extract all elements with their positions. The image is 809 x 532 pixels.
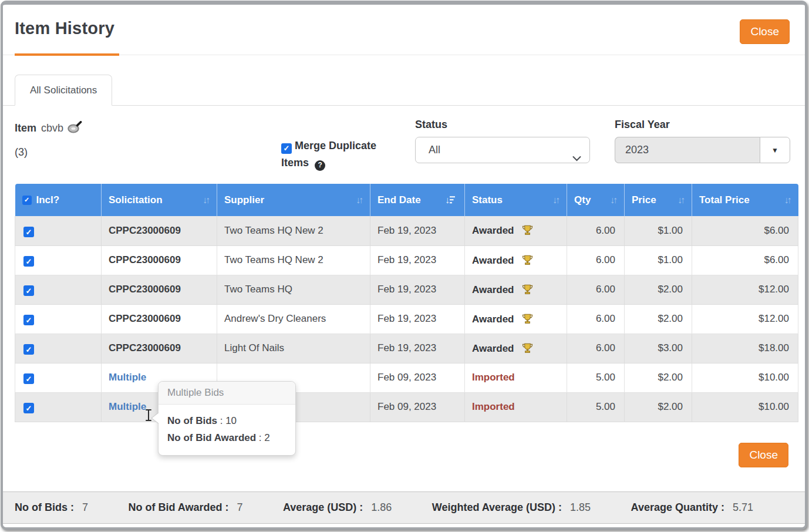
row-include-checkbox[interactable]: ✓ — [23, 285, 34, 296]
column-label-total-price: Total Price — [699, 194, 750, 206]
cell-price: $3.00 — [625, 334, 692, 363]
fiscal-year-dropdown-button[interactable]: ▼ — [760, 137, 790, 163]
item-label: Item — [15, 122, 36, 134]
sort-desc-icon[interactable]: ↓ — [445, 195, 459, 206]
footer-stat-value: 1.85 — [570, 501, 591, 513]
footer-stat-label: Average (USD) : — [283, 501, 363, 513]
footer-stat-label: No of Bid Awarded : — [128, 501, 228, 513]
row-include-checkbox[interactable]: ✓ — [23, 344, 34, 355]
tab-all-solicitations[interactable]: All Solicitations — [15, 75, 112, 106]
merge-duplicate-checkbox[interactable]: ✓ — [281, 143, 292, 154]
cell-supplier: Light Of Nails — [217, 334, 370, 363]
fiscal-year-filter: Fiscal Year 2023 ▼ — [615, 119, 790, 163]
cell-supplier: Two Teams HQ New 2 — [217, 245, 370, 275]
cell-solicitation: CPPC23000609 — [102, 334, 217, 363]
cell-status: Awarded — [465, 304, 567, 334]
row-include-checkbox[interactable]: ✓ — [23, 227, 34, 237]
cell-incl: ✓ — [15, 216, 102, 245]
column-label-supplier: Supplier — [224, 194, 264, 206]
status-text: Awarded — [472, 284, 514, 295]
sort-icon[interactable]: ↓↑ — [203, 195, 211, 206]
cell-total-price: $6.00 — [692, 245, 798, 275]
cell-total-price: $10.00 — [692, 363, 798, 392]
table-header-row: ✓Incl?Solicitation↓↑Supplier↓↑End Date↓S… — [15, 184, 798, 216]
page-title: Item History — [15, 19, 114, 38]
cell-end-date: Feb 19, 2023 — [370, 334, 465, 363]
column-header-solicitation[interactable]: Solicitation↓↑ — [102, 184, 217, 216]
status-filter: Status All — [415, 119, 590, 163]
solicitation-number: CPPC23000609 — [109, 254, 181, 265]
merge-duplicate-control[interactable]: ✓ Merge Duplicate Items ? — [281, 137, 399, 171]
tooltip-title: Multiple Bids — [159, 382, 295, 405]
table-row: ✓CPPC23000609Two Teams HQFeb 19, 2023Awa… — [15, 275, 798, 304]
chevron-down-icon — [572, 146, 581, 171]
table-row: ✓MultipleFeb 09, 2023Imported5.00$2.00$1… — [15, 363, 798, 392]
status-selected-value: All — [429, 144, 440, 156]
solicitations-table: ✓Incl?Solicitation↓↑Supplier↓↑End Date↓S… — [15, 184, 798, 422]
column-label-qty: Qty — [574, 194, 591, 206]
tooltip-body: No of Bids : 10No of Bid Awarded : 2 — [159, 405, 295, 455]
sort-icon[interactable]: ↓↑ — [784, 195, 793, 206]
magnifier-icon[interactable] — [67, 124, 82, 136]
column-label-status: Status — [472, 194, 503, 206]
cell-solicitation: CPPC23000609 — [102, 304, 217, 334]
column-header-incl[interactable]: ✓Incl? — [15, 184, 102, 216]
sort-icon[interactable]: ↓↑ — [610, 195, 618, 206]
cell-status: Awarded — [465, 245, 567, 275]
footer-stat-value: 7 — [82, 501, 88, 513]
sort-icon[interactable]: ↓↑ — [552, 195, 561, 206]
titlebar: Item History Close — [3, 5, 805, 55]
status-text: Awarded — [472, 255, 514, 266]
row-include-checkbox[interactable]: ✓ — [23, 315, 34, 325]
cell-qty: 6.00 — [567, 334, 625, 363]
table-row: ✓CPPC23000609Light Of NailsFeb 19, 2023A… — [15, 334, 798, 363]
caret-down-icon: ▼ — [771, 146, 778, 154]
cell-status: Awarded — [465, 216, 567, 245]
table-row: ✓CPPC23000609Andrew's Dry CleanersFeb 19… — [15, 304, 798, 334]
column-header-price[interactable]: Price↓↑ — [625, 184, 692, 216]
multiple-bids-link[interactable]: Multiple — [109, 401, 146, 412]
cell-price: $2.00 — [625, 304, 692, 334]
cell-total-price: $6.00 — [692, 216, 798, 245]
select-all-checkbox[interactable]: ✓ — [22, 196, 32, 205]
cell-total-price: $10.00 — [692, 392, 798, 422]
title-accent-bar — [15, 53, 119, 56]
row-include-checkbox[interactable]: ✓ — [23, 256, 34, 267]
cell-price: $1.00 — [625, 245, 692, 275]
row-include-checkbox[interactable]: ✓ — [23, 373, 34, 384]
cell-qty: 6.00 — [567, 216, 625, 245]
cell-price: $2.00 — [625, 275, 692, 304]
column-header-supplier[interactable]: Supplier↓↑ — [217, 184, 370, 216]
trophy-icon — [514, 343, 534, 354]
multiple-bids-link[interactable]: Multiple — [109, 372, 146, 383]
sort-icon[interactable]: ↓↑ — [677, 195, 686, 206]
cell-end-date: Feb 19, 2023 — [370, 216, 465, 245]
column-header-end-date[interactable]: End Date↓ — [370, 184, 465, 216]
cell-status: Awarded — [465, 275, 567, 304]
row-include-checkbox[interactable]: ✓ — [23, 403, 34, 413]
close-button-top[interactable]: Close — [740, 19, 790, 44]
item-block: Itemcbvb (3) — [15, 121, 82, 159]
column-header-status[interactable]: Status↓↑ — [465, 184, 567, 216]
column-header-qty[interactable]: Qty↓↑ — [567, 184, 625, 216]
table-body: ✓CPPC23000609Two Teams HQ New 2Feb 19, 2… — [15, 216, 798, 422]
close-button-bottom[interactable]: Close — [739, 443, 788, 467]
footer-stat: Average (USD) :1.86 — [283, 501, 392, 514]
fiscal-year-input[interactable]: 2023 — [615, 137, 760, 163]
cell-qty: 5.00 — [567, 392, 625, 422]
help-icon[interactable]: ? — [315, 160, 325, 171]
status-select[interactable]: All — [415, 137, 590, 163]
cell-supplier: Two Teams HQ — [217, 275, 370, 304]
cell-end-date: Feb 19, 2023 — [370, 245, 465, 275]
status-text: Imported — [472, 372, 515, 383]
status-text: Awarded — [472, 314, 514, 325]
fiscal-year-label: Fiscal Year — [615, 119, 790, 131]
status-label: Status — [415, 119, 590, 131]
column-header-total-price[interactable]: Total Price↓↑ — [692, 184, 798, 216]
cell-end-date: Feb 19, 2023 — [370, 304, 465, 334]
merge-duplicate-label: Merge Duplicate Items — [281, 140, 376, 169]
cell-qty: 6.00 — [567, 304, 625, 334]
cell-incl: ✓ — [15, 363, 102, 392]
sort-icon[interactable]: ↓↑ — [356, 195, 364, 206]
tooltip-line: No of Bid Awarded : 2 — [167, 429, 286, 446]
